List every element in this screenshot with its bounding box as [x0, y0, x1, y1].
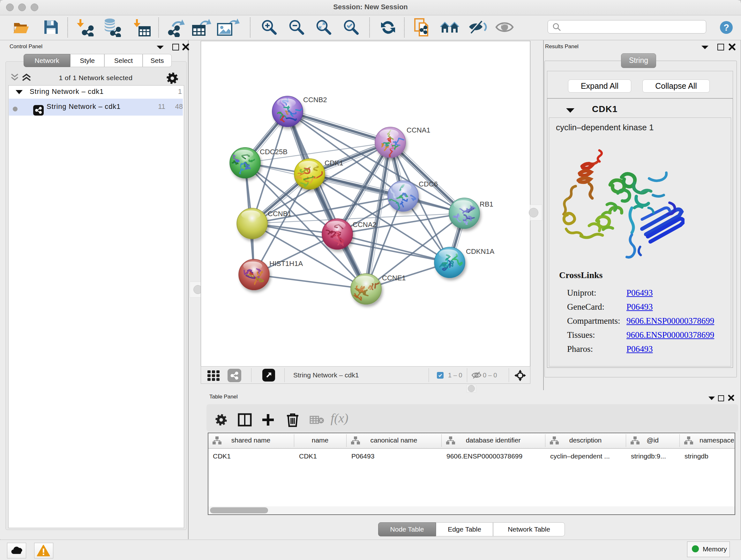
svg-text:HIST1H1A: HIST1H1A	[269, 260, 303, 267]
svg-text:CDK1: CDK1	[325, 159, 343, 167]
svg-text:RB1: RB1	[480, 200, 493, 208]
svg-text:CCNB2: CCNB2	[303, 96, 327, 104]
svg-text:CDC6: CDC6	[419, 180, 438, 188]
svg-text:CCNB1: CCNB1	[268, 210, 292, 218]
svg-text:CDC25B: CDC25B	[260, 148, 287, 156]
svg-text:CCNA2: CCNA2	[353, 221, 377, 229]
svg-text:CCNA1: CCNA1	[407, 126, 430, 134]
svg-text:CCNE1: CCNE1	[382, 274, 406, 282]
svg-text:CDKN1A: CDKN1A	[466, 247, 495, 255]
